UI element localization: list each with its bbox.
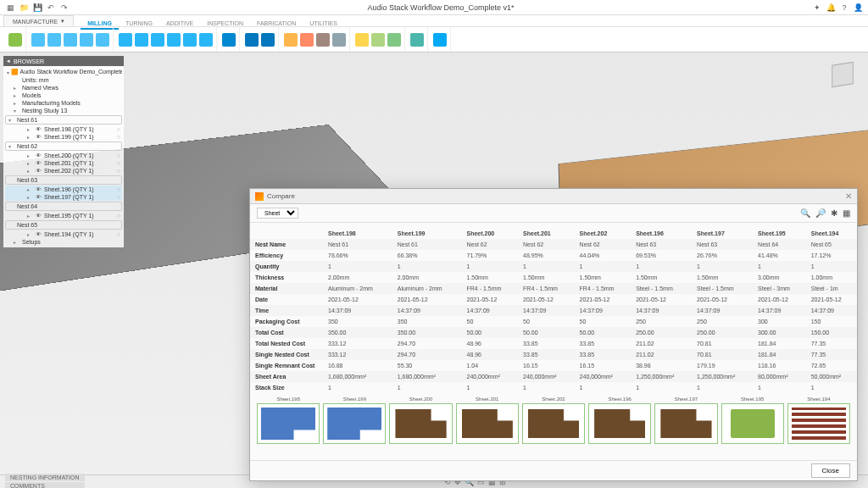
tool-2d-2[interactable]	[47, 33, 61, 47]
sheet-thumbnail[interactable]: Sheet.201	[456, 396, 519, 444]
column-header[interactable]: Sheet.201	[518, 228, 575, 239]
column-header[interactable]: Sheet.197	[692, 228, 753, 239]
tool-3d-3[interactable]	[151, 33, 164, 47]
tool-manage-1[interactable]	[355, 33, 369, 47]
sheet-thumbnail[interactable]: Sheet.198	[257, 396, 320, 444]
tree-node[interactable]: ▸👁Sheet.199 (QTY 1)○	[5, 133, 122, 141]
tree-node[interactable]: ▸👁Sheet.196 (QTY 1)○	[5, 186, 122, 193]
redo-icon[interactable]: ↷	[59, 3, 70, 13]
tool-3d-6[interactable]	[199, 33, 213, 47]
tool-action-4[interactable]	[332, 33, 346, 47]
cell: Steel - 1.5mm	[631, 283, 692, 294]
dialog-titlebar[interactable]: Compare ✕	[250, 189, 857, 204]
tool-multi-2[interactable]	[261, 33, 275, 47]
tree-node[interactable]: Units: mm	[5, 76, 122, 84]
setup-icon[interactable]	[8, 33, 22, 47]
compare-thumbnails: Sheet.198Sheet.199Sheet.200Sheet.201Shee…	[250, 393, 857, 447]
dialog-close-icon[interactable]: ✕	[845, 191, 852, 201]
tree-node[interactable]: ▸👁Sheet.195 (QTY 1)○	[5, 212, 122, 219]
sheet-thumbnail[interactable]: Sheet.195	[721, 396, 784, 444]
column-header[interactable]: Sheet.202	[575, 228, 632, 239]
extensions-icon[interactable]: ✦	[812, 3, 822, 13]
file-icon[interactable]: 📁	[19, 3, 29, 13]
tool-select[interactable]	[433, 33, 447, 47]
column-header[interactable]: Sheet.195	[753, 228, 806, 239]
undo-icon[interactable]: ↶	[46, 3, 56, 13]
comments-panel[interactable]: COMMENTS	[5, 482, 85, 488]
tool-2d-5[interactable]	[96, 33, 109, 47]
view-cube[interactable]	[826, 58, 860, 92]
tree-node[interactable]: ▸Manufacturing Models	[5, 99, 122, 107]
app-grid-icon[interactable]: ▦	[5, 3, 15, 13]
tree-node[interactable]: Nest 64	[5, 202, 122, 211]
cell: 3.00mm	[753, 272, 806, 283]
column-header[interactable]: Sheet.198	[323, 228, 392, 239]
tool-manage-3[interactable]	[387, 33, 401, 47]
tool-drill-1[interactable]	[222, 33, 236, 47]
tool-2d-4[interactable]	[80, 33, 93, 47]
tree-node[interactable]: ▸Named Views	[5, 84, 122, 92]
zoom-out-icon[interactable]: 🔎	[815, 208, 826, 218]
tree-node[interactable]: ▸👁Sheet.202 (QTY 1)○	[5, 167, 122, 175]
help-icon[interactable]: ?	[839, 3, 849, 13]
tree-node[interactable]: ▾Nesting Study 13	[5, 107, 122, 114]
tree-node[interactable]: ▸👁Sheet.200 (QTY 1)○	[5, 152, 122, 159]
close-button[interactable]: Close	[811, 463, 850, 478]
ribbon-toolbar	[0, 27, 868, 53]
tool-manage-2[interactable]	[371, 33, 385, 47]
tool-2d-3[interactable]	[64, 33, 77, 47]
sheet-thumbnail[interactable]: Sheet.202	[522, 396, 585, 444]
sheet-thumbnail[interactable]: Sheet.196	[588, 396, 651, 444]
cell: 350	[323, 316, 392, 327]
cell: 14:37:09	[631, 305, 692, 316]
tree-node[interactable]: ▾Nest 62	[5, 141, 122, 151]
column-header[interactable]: Sheet.200	[462, 228, 519, 239]
column-header[interactable]: Sheet.196	[631, 228, 692, 239]
tool-multi-1[interactable]	[245, 33, 259, 47]
tool-3d-2[interactable]	[135, 33, 148, 47]
tree-node[interactable]: ▸Setups	[5, 238, 122, 246]
tool-3d-5[interactable]	[183, 33, 197, 47]
tool-action-3[interactable]	[316, 33, 330, 47]
document-title: Audio Stack Workflow Demo_Complete v1*	[73, 3, 809, 12]
tool-action-1[interactable]	[284, 33, 298, 47]
sheet-thumbnail[interactable]: Sheet.194	[787, 396, 850, 444]
tool-3d-1[interactable]	[119, 33, 132, 47]
cell: 14:37:09	[806, 305, 857, 316]
tree-node[interactable]: ▸👁Sheet.198 (QTY 1)○	[5, 125, 122, 133]
tool-inspect[interactable]	[410, 33, 424, 47]
tree-node[interactable]: ▸👁Sheet.194 (QTY 1)○	[5, 230, 122, 238]
tree-node[interactable]: ▸Models	[5, 92, 122, 99]
tree-node[interactable]: ▸👁Sheet.201 (QTY 1)○	[5, 159, 122, 167]
notifications-icon[interactable]: 🔔	[826, 3, 836, 13]
save-icon[interactable]: 💾	[32, 3, 42, 13]
tree-node[interactable]: ▸👁Sheet.197 (QTY 1)○	[5, 193, 122, 201]
column-header[interactable]: Sheet.199	[392, 228, 462, 239]
tool-action-2[interactable]	[300, 33, 314, 47]
browser-header[interactable]: ◂ BROWSER	[3, 56, 124, 66]
workspace-selector[interactable]: MANUFACTURE▾	[3, 15, 74, 26]
row-label: Sheet Area	[250, 371, 323, 382]
zoom-in-icon[interactable]: 🔍	[800, 208, 810, 218]
tool-3d-4[interactable]	[167, 33, 181, 47]
cell: 181.84	[753, 349, 806, 360]
sheet-thumbnail[interactable]: Sheet.200	[389, 396, 452, 444]
grid-view-icon[interactable]: ▦	[843, 208, 850, 218]
tree-node[interactable]: Nest 63	[5, 175, 122, 185]
cell: 1.50mm	[692, 272, 753, 283]
compare-filter-select[interactable]: Sheet	[257, 208, 298, 219]
user-avatar[interactable]: 👤	[853, 3, 863, 13]
cell: 1	[806, 382, 857, 393]
settings-icon[interactable]: ✱	[831, 208, 837, 218]
tree-node[interactable]: Nest 65	[5, 220, 122, 230]
tree-root[interactable]: ▾🟧 Audio Stack Workflow Demo_Complete v1	[5, 68, 122, 76]
nesting-info-panel[interactable]: NESTING INFORMATION	[5, 474, 85, 481]
browser-panel: ◂ BROWSER ▾🟧 Audio Stack Workflow Demo_C…	[0, 53, 127, 474]
tool-2d-1[interactable]	[31, 33, 45, 47]
column-header[interactable]: Sheet.194	[806, 228, 857, 239]
cell: Nest 63	[692, 239, 753, 250]
tree-node[interactable]: ▾Nest 61	[5, 115, 122, 125]
sheet-thumbnail[interactable]: Sheet.199	[323, 396, 386, 444]
cell: 1.04	[462, 360, 519, 371]
sheet-thumbnail[interactable]: Sheet.197	[654, 396, 717, 444]
